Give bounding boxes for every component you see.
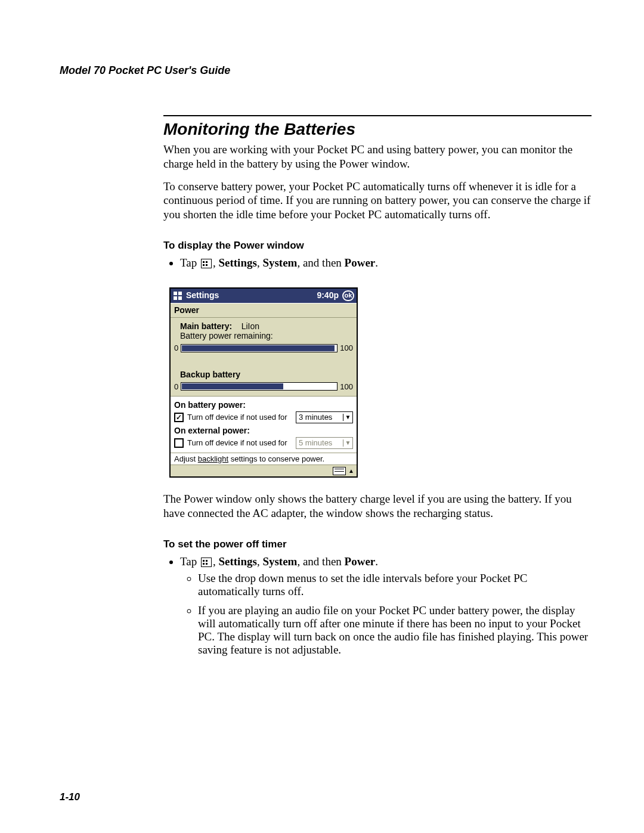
main-battery-gauge-row: 0 100	[174, 343, 353, 353]
chevron-down-icon: ▼	[343, 439, 352, 447]
subhead-display-power: To display the Power window	[163, 240, 592, 252]
gauge-min: 0	[174, 343, 178, 353]
external-timeout-select[interactable]: 5 minutes ▼	[296, 437, 353, 449]
pp-subtitle: Power	[171, 303, 357, 318]
nav-power: Power	[345, 256, 376, 269]
external-turnoff-checkbox[interactable]	[174, 438, 184, 448]
main-battery-type: LiIon	[242, 321, 259, 331]
nav-tail-2: .	[375, 555, 378, 568]
pp-titlebar: Settings 9:40p ok	[171, 289, 357, 303]
main-battery-gauge	[181, 344, 338, 352]
backlight-link[interactable]: backlight	[198, 454, 228, 463]
battery-turnoff-checkbox[interactable]: ✓	[174, 413, 184, 422]
chevron-down-icon: ▼	[343, 414, 352, 421]
pocketpc-screenshot: Settings 9:40p ok Power Main battery: Li…	[169, 287, 358, 478]
start-flag-icon[interactable]	[173, 291, 184, 301]
gauge-min-2: 0	[174, 382, 178, 392]
backlight-hint: Adjust backlight settings to conserve po…	[171, 453, 357, 465]
pp-clock: 9:40p	[317, 290, 339, 301]
battery-timeout-value: 3 minutes	[296, 413, 343, 422]
backup-battery-gauge	[181, 382, 338, 391]
nav-power-2: Power	[345, 555, 376, 568]
post-screenshot-paragraph: The Power window only shows the battery …	[163, 492, 592, 521]
nav-mid-2: , and then	[297, 555, 344, 568]
nav-tail: .	[375, 256, 378, 269]
main-battery-label: Main battery:	[180, 321, 232, 331]
running-head: Model 70 Pocket PC User's Guide	[60, 64, 592, 77]
hint-pre: Adjust	[174, 454, 198, 463]
keyboard-icon[interactable]	[333, 467, 346, 475]
intro-paragraph-1: When you are working with your Pocket PC…	[163, 143, 592, 171]
external-timeout-value: 5 minutes	[296, 438, 343, 448]
step-open-power-2: Tap , Settings, System, and then Power. …	[180, 555, 592, 657]
hint-post: settings to conserve power.	[228, 454, 324, 463]
pp-bottombar: ▲	[171, 465, 357, 476]
battery-turnoff-text: Turn off device if not used for	[187, 413, 292, 422]
start-icon	[201, 259, 212, 268]
substep-audio-note: If you are playing an audio file on your…	[198, 604, 592, 657]
external-power-heading: On external power:	[174, 426, 353, 436]
ok-button[interactable]: ok	[342, 290, 354, 301]
section-rule	[163, 115, 592, 116]
sip-up-icon[interactable]: ▲	[347, 467, 355, 475]
nav-settings-2: Settings	[218, 555, 256, 568]
external-turnoff-text: Turn off device if not used for	[187, 439, 292, 447]
subhead-set-timer: To set the power off timer	[163, 538, 592, 550]
nav-settings: Settings	[218, 256, 256, 269]
battery-power-heading: On battery power:	[174, 400, 353, 410]
page-number: 1-10	[60, 791, 80, 803]
tap-prefix: Tap	[180, 256, 200, 269]
nav-mid: , and then	[297, 256, 344, 269]
battery-timeout-select[interactable]: 3 minutes ▼	[296, 411, 353, 423]
intro-paragraph-2: To conserve battery power, your Pocket P…	[163, 179, 592, 222]
remaining-label: Battery power remaining:	[174, 331, 353, 341]
nav-system: System	[262, 256, 297, 269]
substep-dropdown: Use the drop down menus to set the idle …	[198, 572, 592, 598]
gauge-max: 100	[340, 343, 353, 353]
backup-battery-label: Backup battery	[174, 370, 353, 380]
step-open-power: Tap , Settings, System, and then Power.	[180, 256, 592, 270]
section-title: Monitoring the Batteries	[163, 120, 592, 139]
nav-system-2: System	[262, 555, 297, 568]
tap-prefix-2: Tap	[180, 555, 200, 568]
gauge-max-2: 100	[340, 382, 353, 392]
pp-app-title: Settings	[186, 290, 317, 301]
start-icon	[201, 558, 212, 567]
backup-battery-gauge-row: 0 100	[174, 382, 353, 392]
